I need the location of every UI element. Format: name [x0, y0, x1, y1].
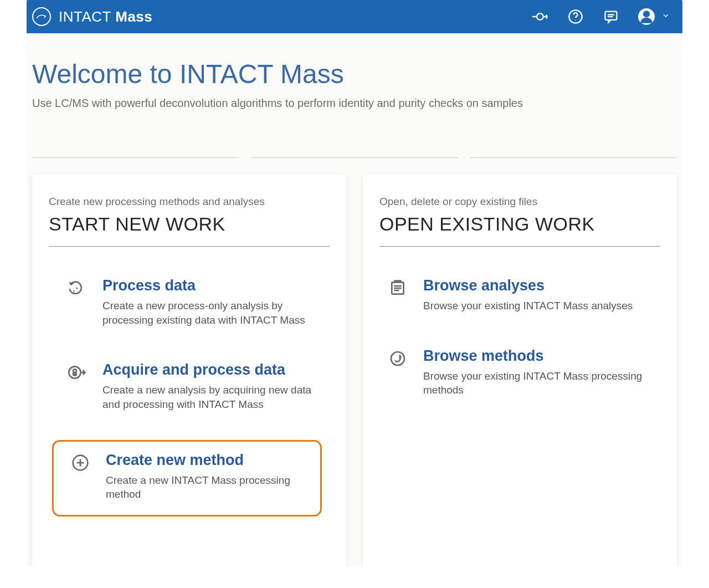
brand-logo-icon — [32, 7, 51, 26]
page-title: Welcome to INTACT Mass — [32, 59, 677, 89]
action-desc: Create a new process-only analysis by pr… — [102, 299, 312, 327]
card-pretext: Open, delete or copy existing files — [379, 196, 660, 208]
action-desc: Browse your existing INTACT Mass analyse… — [423, 299, 643, 313]
action-create-new-method[interactable]: Create new method Create a new INTACT Ma… — [52, 440, 322, 517]
svg-point-0 — [537, 13, 543, 20]
main-content: Welcome to INTACT Mass Use LC/MS with po… — [27, 33, 682, 566]
svg-point-10 — [76, 287, 78, 289]
user-menu[interactable] — [638, 8, 670, 25]
card-start-new-work: Create new processing methods and analys… — [32, 175, 346, 566]
chevron-down-icon — [661, 11, 670, 22]
user-avatar-icon — [638, 8, 655, 25]
connection-icon[interactable] — [532, 8, 548, 25]
action-desc: Create a new analysis by acquiring new d… — [102, 383, 312, 411]
brand-name-second: Mass — [115, 8, 152, 25]
action-title: Process data — [102, 277, 312, 294]
svg-point-25 — [395, 360, 397, 361]
brand-name-first: INTACT — [59, 8, 111, 25]
svg-point-12 — [73, 290, 75, 292]
action-title: Create new method — [106, 452, 305, 469]
action-desc: Browse your existing INTACT Mass process… — [423, 369, 643, 397]
action-title: Acquire and process data — [102, 361, 312, 379]
card-title: OPEN EXISTING WORK — [379, 213, 660, 247]
feedback-icon[interactable] — [603, 8, 619, 25]
acquire-process-icon — [67, 362, 87, 382]
help-icon[interactable] — [567, 8, 584, 25]
action-title: Browse methods — [423, 347, 643, 365]
svg-rect-6 — [605, 12, 617, 20]
action-acquire-process[interactable]: Acquire and process data Create a new an… — [49, 355, 330, 417]
process-data-icon — [67, 278, 87, 298]
svg-point-5 — [575, 20, 576, 21]
action-title: Browse analyses — [423, 277, 643, 294]
card-pretext: Create new processing methods and analys… — [49, 196, 330, 208]
app-header: INTACT Mass — [27, 0, 682, 33]
browse-methods-icon — [388, 349, 408, 369]
action-browse-methods[interactable]: Browse methods Browse your existing INTA… — [379, 341, 660, 403]
action-browse-analyses[interactable]: Browse analyses Browse your existing INT… — [379, 271, 660, 319]
header-actions — [532, 8, 674, 25]
svg-point-11 — [80, 285, 81, 287]
browse-analyses-icon — [388, 278, 408, 298]
action-process-data[interactable]: Process data Create a new process-only a… — [49, 271, 330, 333]
page-subtitle: Use LC/MS with powerful deconvolution al… — [32, 97, 677, 110]
brand-name: INTACT Mass — [59, 8, 152, 25]
svg-point-24 — [391, 352, 404, 365]
svg-point-9 — [644, 11, 649, 17]
section-divider — [32, 157, 677, 158]
card-title: START NEW WORK — [49, 213, 330, 247]
action-desc: Create a new INTACT Mass processing meth… — [106, 473, 305, 502]
plus-circle-icon — [70, 453, 90, 473]
card-open-existing-work: Open, delete or copy existing files OPEN… — [363, 175, 677, 566]
brand: INTACT Mass — [32, 7, 152, 26]
